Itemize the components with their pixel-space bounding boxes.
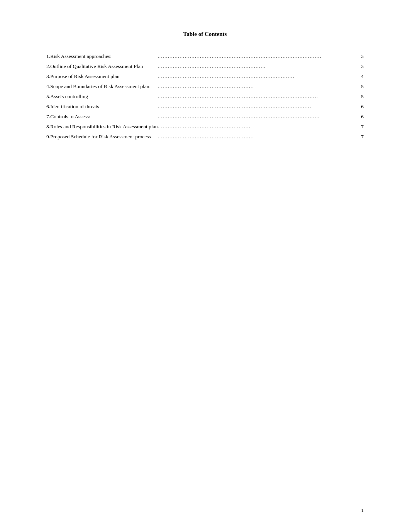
toc-item-dots: ........................................…: [158, 122, 361, 132]
toc-item-dots: ........................................…: [158, 102, 361, 112]
toc-item-label: Outline of Qualitative Risk Assessment P…: [50, 61, 158, 71]
page-title: Table of Contents: [46, 31, 364, 37]
toc-item-page: 5: [361, 92, 364, 102]
toc-item-label: Controls to Assess:: [50, 112, 158, 122]
toc-item-page: 4: [361, 71, 364, 82]
toc-item-label: Scope and Boundaries of Risk Assessment …: [50, 82, 158, 92]
toc-item-number: 6.: [46, 102, 50, 112]
toc-item-dots: ........................................…: [158, 82, 361, 92]
toc-row: 9. Proposed Schedule for Risk Assessment…: [46, 132, 364, 142]
toc-item-dots: ........................................…: [158, 51, 361, 61]
toc-row: 1. Risk Assessment approaches: .........…: [46, 51, 364, 61]
toc-item-page: 7: [361, 122, 364, 132]
toc-row: 2. Outline of Qualitative Risk Assessmen…: [46, 61, 364, 71]
toc-row: 4. Scope and Boundaries of Risk Assessme…: [46, 82, 364, 92]
toc-item-dots: ........................................…: [158, 61, 361, 71]
toc-item-label: Roles and Responsibilities in Risk Asses…: [50, 122, 158, 132]
toc-item-label: Proposed Schedule for Risk Assessment pr…: [50, 132, 158, 142]
toc-item-number: 5.: [46, 92, 50, 102]
toc-item-number: 7.: [46, 112, 50, 122]
toc-item-dots: ........................................…: [158, 71, 361, 82]
toc-row: 5. Assets controlling ..................…: [46, 92, 364, 102]
page-number: 1: [361, 507, 364, 513]
toc-item-label: Identification of threats: [50, 102, 158, 112]
toc-item-label: Risk Assessment approaches:: [50, 51, 158, 61]
toc-item-page: 3: [361, 61, 364, 71]
toc-item-number: 8.: [46, 122, 50, 132]
toc-item-dots: ........................................…: [158, 132, 361, 142]
toc-item-number: 4.: [46, 82, 50, 92]
toc-row: 7. Controls to Assess: .................…: [46, 112, 364, 122]
toc-item-number: 3.: [46, 71, 50, 82]
toc-item-page: 6: [361, 102, 364, 112]
toc-item-number: 9.: [46, 132, 50, 142]
toc-item-page: 3: [361, 51, 364, 61]
toc-row: 3. Purpose of Risk Assessment plan .....…: [46, 71, 364, 82]
toc-row: 8. Roles and Responsibilities in Risk As…: [46, 122, 364, 132]
toc-table: 1. Risk Assessment approaches: .........…: [46, 51, 364, 142]
toc-row: 6. Identification of threats ...........…: [46, 102, 364, 112]
toc-item-label: Purpose of Risk Assessment plan: [50, 71, 158, 82]
toc-item-dots: ........................................…: [158, 92, 361, 102]
toc-item-number: 2.: [46, 61, 50, 71]
toc-item-page: 5: [361, 82, 364, 92]
toc-item-number: 1.: [46, 51, 50, 61]
toc-item-dots: ........................................…: [158, 112, 361, 122]
page: Table of Contents 1. Risk Assessment app…: [0, 0, 410, 532]
toc-item-page: 7: [361, 132, 364, 142]
toc-item-page: 6: [361, 112, 364, 122]
toc-item-label: Assets controlling: [50, 92, 158, 102]
